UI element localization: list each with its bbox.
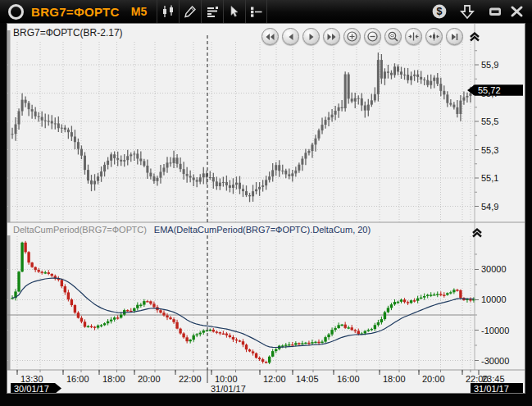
price-bar-body [268,176,271,180]
scroll-fast-right-button[interactable] [323,28,340,45]
indicator-label[interactable]: DeltaCumPeriod(BRG7=ФОРТС) [13,225,147,235]
scroll-left-button[interactable] [282,28,299,45]
delta-candle [377,322,380,325]
delta-candle [107,322,109,323]
price-bar-body [301,158,303,164]
compress-bars-button[interactable] [405,28,422,45]
candlestick-style-button[interactable] [157,0,179,23]
delta-candle [245,344,248,349]
delta-candle [48,272,50,274]
price-bar-body [38,116,40,117]
price-bar-body [459,101,462,114]
chevron-up-double-icon [471,227,483,239]
delta-candle [239,340,241,341]
price-bar-body [331,115,334,117]
scroll-fast-left-button[interactable] [261,28,279,45]
chart-canvas[interactable]: 55,955,755,555,355,154,93000010000-10000… [7,24,525,393]
currency-button[interactable]: $ [429,0,450,23]
price-bar-body [130,154,132,156]
cursor-button[interactable] [223,0,245,23]
zoom-out-button[interactable] [364,28,381,45]
time-axis-label: 16:00 [66,374,89,384]
magnifier-icon [388,31,398,42]
delta-candle [420,298,422,299]
delta-candle [225,334,228,335]
time-axis-label: 16:00 [337,374,360,384]
delta-candle [175,322,178,329]
delta-candle [314,342,316,343]
collapse-indicator-panel-button[interactable] [471,227,484,239]
price-bar-body [298,165,300,171]
price-bar-body [123,160,125,162]
price-bar-body [51,121,53,124]
price-bar-body [426,80,429,85]
volume-profile-button[interactable] [201,0,223,23]
price-bar-body [67,130,70,132]
delta-candle [64,286,66,292]
price-bar-body [103,165,106,171]
price-bar-body [64,128,66,130]
price-bar-body [54,123,57,124]
draw-pencil-icon [184,5,197,18]
zoom-region-button[interactable] [384,28,402,45]
levels-button[interactable] [245,0,267,23]
panel-background [7,24,525,393]
price-axis-label: 55,1 [481,173,498,183]
price-bar-body [159,172,161,178]
price-bar-body [239,183,241,189]
delta-candle [330,330,333,335]
minimize-icon [488,5,502,18]
delta-candle [393,302,396,304]
delta-candle [288,344,290,345]
delta-candle [242,341,244,344]
fast-right-icon [326,33,337,41]
price-bar-body [325,120,327,125]
delta-candle [439,294,442,294]
price-bar-body [304,153,307,158]
delta-candle [103,323,106,325]
price-bar-body [229,185,231,188]
price-bar-body [255,189,257,191]
time-axis-label: 14:05 [296,374,319,384]
price-bar-body [407,75,409,80]
indicator-axis-label: 30000 [481,264,507,274]
delta-candle [162,312,165,315]
delta-candle [384,312,386,319]
collapse-price-panel-button[interactable] [468,30,480,43]
delta-candle [40,271,43,272]
close-button[interactable] [506,0,527,23]
time-axis-label: 12:00 [263,374,286,384]
delta-candle [212,330,215,331]
go-to-end-button[interactable] [446,28,463,45]
price-bar-body [311,144,313,151]
delta-candle [380,319,383,322]
bar-width-button[interactable] [425,28,443,45]
delta-candle [97,326,99,328]
price-bar-body [374,94,376,101]
timeframe-label: M5 [131,5,147,18]
delta-candle [80,318,83,322]
price-bar-body [31,109,34,112]
ema-label[interactable]: EMA(DeltaCumPeriod(BRG7=ФОРТС).DeltaCum,… [154,225,371,235]
delta-candle [202,331,205,333]
price-bar-body [232,185,234,188]
price-bar-body [387,71,389,72]
delta-candle [152,303,155,307]
price-bar-body [423,80,425,80]
price-series-label[interactable]: BRG7=ФОРТС(BR-2.17) [13,27,123,39]
minimize-button[interactable] [484,0,506,23]
price-bar-body [258,187,261,189]
go-end-icon [451,33,459,41]
delta-candle [192,335,194,340]
price-bar-body [348,75,350,99]
draw-pencil-button[interactable] [179,0,201,23]
delta-candle [371,329,373,330]
delta-candle [219,332,221,333]
scroll-right-button[interactable] [302,28,320,45]
delta-candle [367,330,370,331]
delta-candle [298,343,300,344]
delta-candle [327,335,330,337]
export-button[interactable] [457,0,478,23]
delta-candle [284,344,287,345]
zoom-in-button[interactable] [343,28,361,45]
